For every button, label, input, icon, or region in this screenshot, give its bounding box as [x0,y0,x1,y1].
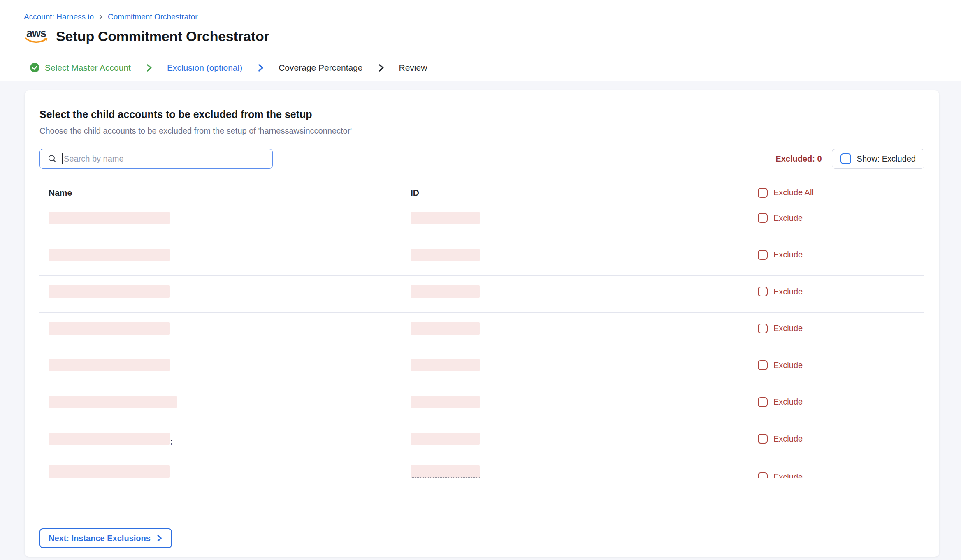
name-cell [39,349,402,371]
name-trailing-text: ; [170,439,172,445]
id-redacted [411,285,480,298]
exclude-checkbox[interactable] [758,472,768,479]
row-exclude-label: Exclude [773,472,803,478]
exclude-control[interactable]: Exclude [755,434,924,444]
name-column-header: Name [39,188,402,198]
exclude-cell: Exclude [755,386,924,407]
name-redacted [49,396,177,408]
row-exclude-label: Exclude [773,213,803,223]
breadcrumb-page-link[interactable]: Commitment Orchestrator [108,12,198,21]
row-exclude-label: Exclude [773,434,803,444]
name-cell: ; [39,423,402,445]
exclude-checkbox[interactable] [758,287,768,296]
check-circle-icon [30,62,40,73]
exclude-control[interactable]: Exclude [755,472,924,479]
exclude-control[interactable]: Exclude [755,324,924,333]
id-cell [402,460,755,479]
show-excluded-checkbox[interactable] [840,153,851,164]
step-label: Review [399,63,427,73]
name-redacted [49,359,170,371]
exclusion-card: Select the child accounts to be excluded… [25,90,939,557]
exclude-all-checkbox[interactable] [758,188,768,198]
name-cell [39,276,402,298]
table-row: Exclude [39,460,924,479]
row-exclude-label: Exclude [773,287,803,296]
exclude-checkbox[interactable] [758,324,768,333]
card-subheading: Choose the child accounts to be excluded… [39,126,924,136]
page-body: Select the child accounts to be excluded… [0,81,961,560]
search-input[interactable] [63,154,272,164]
id-cell [402,276,755,299]
exclude-control[interactable]: Exclude [755,213,924,223]
table-body: Exclude Exclude Exclude [39,202,924,478]
row-exclude-label: Exclude [773,361,803,370]
name-redacted [49,433,170,445]
title-row: aws Setup Commitment Orchestrator [0,21,961,52]
step-exclusion[interactable]: Exclusion (optional) [167,52,242,83]
chevron-right-icon [145,64,153,72]
step-label: Coverage Percentage [279,63,362,73]
id-redacted [411,359,480,371]
exclude-cell: Exclude [755,349,924,370]
name-cell [39,460,402,478]
name-redacted [49,212,170,224]
exclude-checkbox[interactable] [758,434,768,444]
table-row: ; Exclude [39,423,924,460]
exclude-cell: Exclude [755,276,924,296]
accounts-table: Name ID Exclude All Exclude [39,183,924,478]
name-redacted [49,465,170,478]
exclude-control[interactable]: Exclude [755,360,924,370]
excluded-count: Excluded: 0 [775,154,822,164]
table-row: Exclude [39,313,924,350]
exclude-checkbox[interactable] [758,213,768,223]
aws-logo: aws [24,27,49,45]
id-redacted [411,396,480,408]
step-coverage-percentage[interactable]: Coverage Percentage [279,52,362,83]
chevron-right-icon [156,535,163,542]
exclude-control[interactable]: Exclude [755,397,924,407]
show-excluded-toggle[interactable]: Show: Excluded [832,149,924,169]
breadcrumb: Account: Harness.io Commitment Orchestra… [0,0,961,21]
table-row: Exclude [39,276,924,313]
next-button-label: Next: Instance Exclusions [49,534,151,543]
exclude-control[interactable]: Exclude [755,287,924,296]
exclude-all-control[interactable]: Exclude All [755,188,924,198]
id-redacted [411,249,480,261]
table-row: Exclude [39,202,924,239]
table-row: Exclude [39,386,924,423]
next-instance-exclusions-button[interactable]: Next: Instance Exclusions [39,528,172,548]
card-heading: Select the child accounts to be excluded… [39,109,924,120]
exclude-cell: Exclude [755,202,924,223]
name-redacted [49,285,170,298]
toolbar-right: Excluded: 0 Show: Excluded [775,149,924,169]
id-redacted [411,433,480,445]
exclude-checkbox[interactable] [758,397,768,407]
exclude-checkbox[interactable] [758,250,768,260]
table-header: Name ID Exclude All [39,183,924,202]
id-cell [402,239,755,263]
aws-smile-icon [24,37,49,44]
id-cell [402,386,755,410]
row-exclude-label: Exclude [773,397,803,407]
step-select-master-account[interactable]: Select Master Account [30,52,131,83]
exclude-checkbox[interactable] [758,360,768,370]
exclude-cell: Exclude [755,239,924,260]
row-exclude-label: Exclude [773,324,803,333]
exclude-control[interactable]: Exclude [755,250,924,260]
step-review[interactable]: Review [399,52,427,83]
exclude-all-label: Exclude All [773,188,814,197]
breadcrumb-account-link[interactable]: Account: Harness.io [24,12,94,21]
name-cell [39,239,402,261]
name-cell [39,202,402,224]
step-label: Select Master Account [45,63,131,73]
show-excluded-label: Show: Excluded [857,154,916,164]
search-icon [47,154,57,164]
id-cell [402,313,755,336]
exclude-cell: Exclude [755,423,924,444]
name-redacted [49,322,170,335]
row-exclude-label: Exclude [773,250,803,259]
name-redacted [49,249,170,261]
toolbar: Excluded: 0 Show: Excluded [39,149,924,169]
search-box[interactable] [39,149,273,169]
id-cell [402,423,755,447]
